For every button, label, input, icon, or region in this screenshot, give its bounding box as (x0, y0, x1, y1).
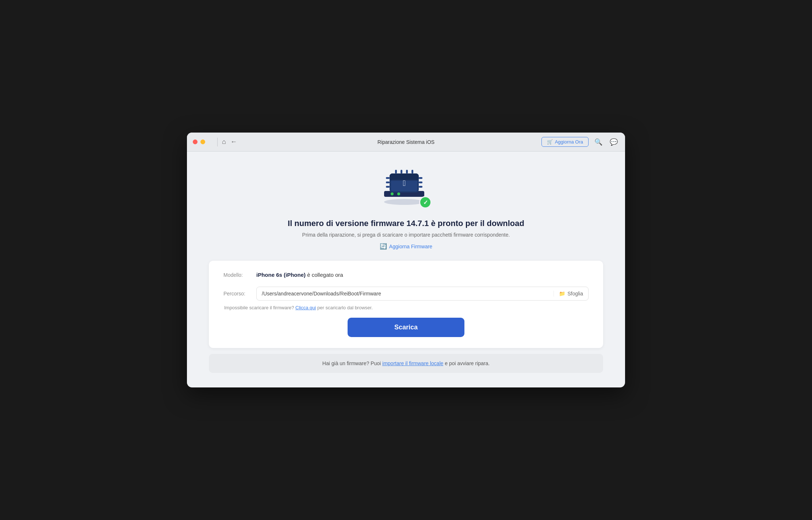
svg-rect-9 (419, 177, 422, 179)
import-firmware-link[interactable]: importare il firmware locale (382, 360, 443, 366)
chat-button[interactable]: 💬 (608, 137, 619, 148)
hero-icon-area:  ✓ (380, 166, 432, 210)
folder-icon: 📁 (559, 291, 565, 297)
subtitle: Prima della riparazione, si prega di sca… (302, 232, 510, 238)
main-content:  ✓ Il numero di versione firmware 14.7.… (187, 152, 625, 387)
svg-rect-11 (419, 186, 422, 188)
path-text: /Users/andreacervone/Downloads/ReiBoot/F… (262, 291, 550, 297)
search-button[interactable]: 🔍 (593, 137, 604, 148)
app-window: ⌂ ← Riparazione Sistema iOS 🛒 Aggiorna O… (187, 133, 625, 387)
svg-point-0 (384, 199, 424, 205)
titlebar-divider (217, 138, 218, 146)
close-button[interactable] (193, 139, 198, 144)
cart-icon: 🛒 (547, 139, 553, 145)
svg-point-2 (391, 192, 394, 195)
svg-rect-15 (411, 170, 413, 173)
model-bold: iPhone 6s (iPhone) (256, 272, 306, 278)
traffic-lights (193, 139, 213, 144)
download-button[interactable]: Scarica (348, 318, 464, 337)
minimize-button[interactable] (200, 139, 205, 144)
svg-rect-13 (401, 170, 402, 173)
footer-suffix: e poi avviare ripara. (443, 360, 490, 366)
model-value: iPhone 6s (iPhone) è collegato ora (256, 272, 343, 278)
svg-rect-6 (386, 177, 390, 179)
model-label: Modello: (223, 272, 256, 278)
home-icon[interactable]: ⌂ (222, 138, 226, 146)
hint-area: Impossibile scaricare il firmware? Clicc… (223, 305, 589, 310)
svg-rect-12 (395, 170, 397, 173)
svg-rect-8 (386, 186, 390, 188)
check-badge: ✓ (419, 196, 432, 209)
hint-prefix: Impossibile scaricare il firmware? (224, 305, 295, 310)
update-firmware-link[interactable]: 🔄 Aggiorna Firmware (380, 243, 432, 250)
info-card: Modello: iPhone 6s (iPhone) è collegato … (209, 261, 603, 348)
path-input-container: /Users/andreacervone/Downloads/ReiBoot/F… (256, 287, 589, 301)
path-label: Percorso: (223, 291, 256, 297)
browse-label: Sfoglia (567, 291, 583, 297)
refresh-icon: 🔄 (380, 243, 387, 250)
svg-rect-14 (406, 170, 408, 173)
upgrade-label: Aggiorna Ora (555, 139, 583, 145)
browse-button[interactable]: 📁 Sfoglia (554, 291, 583, 297)
titlebar: ⌂ ← Riparazione Sistema iOS 🛒 Aggiorna O… (187, 133, 625, 152)
footer-card: Hai già un firmware? Puoi importare il f… (209, 354, 603, 373)
hint-suffix: per scaricarlo dal browser. (316, 305, 372, 310)
upgrade-button[interactable]: 🛒 Aggiorna Ora (541, 137, 589, 147)
svg-rect-17 (391, 180, 417, 191)
titlebar-nav: ⌂ ← (222, 138, 237, 146)
update-firmware-label: Aggiorna Firmware (389, 244, 432, 249)
back-icon[interactable]: ← (230, 138, 237, 146)
model-row: Modello: iPhone 6s (iPhone) è collegato … (223, 272, 589, 278)
click-here-link[interactable]: Clicca qui (295, 305, 316, 310)
footer-prefix: Hai già un firmware? Puoi (322, 360, 382, 366)
svg-rect-7 (386, 181, 390, 183)
svg-rect-10 (419, 181, 422, 183)
titlebar-actions: 🛒 Aggiorna Ora 🔍 💬 (541, 137, 619, 148)
main-title: Il numero di versione firmware 14.7.1 è … (288, 219, 524, 228)
model-suffix: è collegato ora (306, 272, 343, 278)
svg-point-3 (397, 192, 400, 195)
window-title: Riparazione Sistema iOS (378, 139, 434, 145)
path-row: Percorso: /Users/andreacervone/Downloads… (223, 287, 589, 301)
